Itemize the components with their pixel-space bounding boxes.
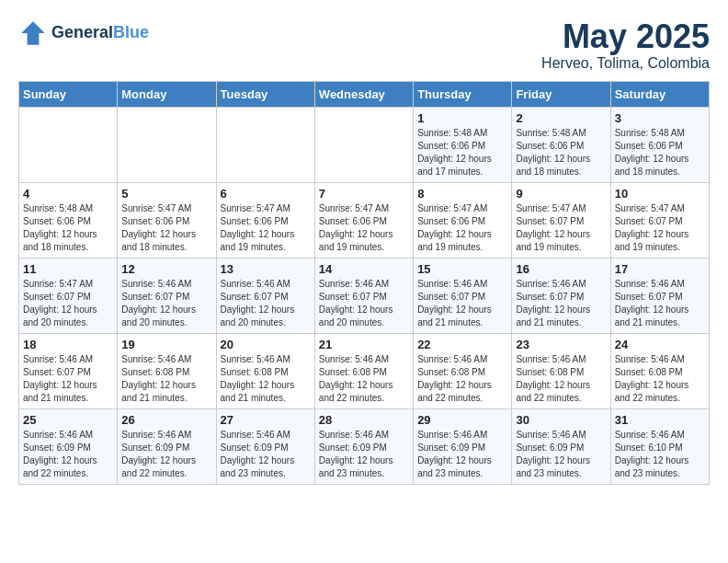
cell-sunrise-info: Sunrise: 5:47 AM Sunset: 6:07 PM Dayligh…	[615, 202, 705, 254]
weekday-thursday: Thursday	[414, 81, 512, 107]
day-number: 12	[121, 262, 211, 276]
day-number: 9	[516, 187, 606, 201]
day-number: 22	[417, 338, 507, 351]
day-number: 17	[615, 262, 705, 276]
logo-text: GeneralBlue	[51, 24, 149, 42]
calendar-cell: 12Sunrise: 5:46 AM Sunset: 6:07 PM Dayli…	[118, 258, 216, 333]
cell-sunrise-info: Sunrise: 5:46 AM Sunset: 6:09 PM Dayligh…	[516, 429, 606, 480]
cell-sunrise-info: Sunrise: 5:48 AM Sunset: 6:06 PM Dayligh…	[615, 127, 705, 178]
cell-sunrise-info: Sunrise: 5:47 AM Sunset: 6:06 PM Dayligh…	[121, 202, 211, 254]
calendar-week-4: 25Sunrise: 5:46 AM Sunset: 6:09 PM Dayli…	[19, 408, 710, 484]
cell-sunrise-info: Sunrise: 5:46 AM Sunset: 6:08 PM Dayligh…	[221, 353, 311, 405]
calendar-cell: 3Sunrise: 5:48 AM Sunset: 6:06 PM Daylig…	[610, 107, 709, 182]
calendar-cell: 14Sunrise: 5:46 AM Sunset: 6:07 PM Dayli…	[314, 258, 413, 333]
day-number: 29	[417, 413, 507, 427]
cell-sunrise-info: Sunrise: 5:46 AM Sunset: 6:07 PM Dayligh…	[319, 278, 409, 329]
calendar-week-0: 1Sunrise: 5:48 AM Sunset: 6:06 PM Daylig…	[19, 107, 710, 182]
calendar-cell: 18Sunrise: 5:46 AM Sunset: 6:07 PM Dayli…	[19, 333, 118, 408]
calendar-cell: 24Sunrise: 5:46 AM Sunset: 6:08 PM Dayli…	[610, 333, 709, 408]
cell-sunrise-info: Sunrise: 5:46 AM Sunset: 6:07 PM Dayligh…	[615, 278, 705, 329]
calendar-cell: 26Sunrise: 5:46 AM Sunset: 6:09 PM Dayli…	[118, 408, 216, 484]
calendar-cell: 2Sunrise: 5:48 AM Sunset: 6:06 PM Daylig…	[512, 107, 610, 182]
day-number: 18	[23, 338, 113, 351]
calendar-cell: 9Sunrise: 5:47 AM Sunset: 6:07 PM Daylig…	[512, 182, 610, 258]
cell-sunrise-info: Sunrise: 5:46 AM Sunset: 6:09 PM Dayligh…	[121, 429, 211, 480]
calendar-cell: 25Sunrise: 5:46 AM Sunset: 6:09 PM Dayli…	[19, 408, 118, 484]
cell-sunrise-info: Sunrise: 5:46 AM Sunset: 6:08 PM Dayligh…	[615, 353, 705, 405]
day-number: 11	[23, 262, 113, 276]
calendar-cell: 20Sunrise: 5:46 AM Sunset: 6:08 PM Dayli…	[216, 333, 314, 408]
calendar-cell: 5Sunrise: 5:47 AM Sunset: 6:06 PM Daylig…	[118, 182, 216, 258]
calendar-body: 1Sunrise: 5:48 AM Sunset: 6:06 PM Daylig…	[19, 107, 710, 484]
day-number: 20	[221, 338, 311, 351]
month-title: May 2025	[541, 18, 710, 55]
calendar-cell: 15Sunrise: 5:46 AM Sunset: 6:07 PM Dayli…	[414, 258, 512, 333]
cell-sunrise-info: Sunrise: 5:48 AM Sunset: 6:06 PM Dayligh…	[23, 202, 113, 254]
cell-sunrise-info: Sunrise: 5:46 AM Sunset: 6:08 PM Dayligh…	[417, 353, 507, 405]
calendar-week-1: 4Sunrise: 5:48 AM Sunset: 6:06 PM Daylig…	[19, 182, 710, 258]
weekday-header-row: SundayMondayTuesdayWednesdayThursdayFrid…	[19, 81, 710, 107]
location-subtitle: Herveo, Tolima, Colombia	[541, 55, 710, 72]
cell-sunrise-info: Sunrise: 5:46 AM Sunset: 6:08 PM Dayligh…	[516, 353, 606, 405]
calendar-cell	[118, 107, 216, 182]
calendar-cell: 30Sunrise: 5:46 AM Sunset: 6:09 PM Dayli…	[512, 408, 610, 484]
calendar-cell: 6Sunrise: 5:47 AM Sunset: 6:06 PM Daylig…	[216, 182, 314, 258]
day-number: 10	[615, 187, 705, 201]
weekday-saturday: Saturday	[610, 81, 709, 107]
cell-sunrise-info: Sunrise: 5:47 AM Sunset: 6:07 PM Dayligh…	[516, 202, 606, 254]
cell-sunrise-info: Sunrise: 5:48 AM Sunset: 6:06 PM Dayligh…	[516, 127, 606, 178]
day-number: 25	[23, 413, 113, 427]
cell-sunrise-info: Sunrise: 5:47 AM Sunset: 6:06 PM Dayligh…	[417, 202, 507, 254]
day-number: 7	[319, 187, 409, 201]
calendar-cell: 13Sunrise: 5:46 AM Sunset: 6:07 PM Dayli…	[216, 258, 314, 333]
calendar-cell	[216, 107, 314, 182]
page-header: GeneralBlue May 2025 Herveo, Tolima, Col…	[18, 18, 710, 72]
weekday-friday: Friday	[512, 81, 610, 107]
day-number: 14	[319, 262, 409, 276]
day-number: 15	[417, 262, 507, 276]
day-number: 30	[516, 413, 606, 427]
calendar-cell: 8Sunrise: 5:47 AM Sunset: 6:06 PM Daylig…	[414, 182, 512, 258]
day-number: 1	[417, 111, 507, 125]
day-number: 23	[516, 338, 606, 351]
calendar-cell: 29Sunrise: 5:46 AM Sunset: 6:09 PM Dayli…	[414, 408, 512, 484]
svg-marker-0	[21, 21, 45, 45]
weekday-tuesday: Tuesday	[216, 81, 314, 107]
weekday-monday: Monday	[118, 81, 216, 107]
weekday-wednesday: Wednesday	[314, 81, 413, 107]
calendar-cell: 28Sunrise: 5:46 AM Sunset: 6:09 PM Dayli…	[314, 408, 413, 484]
calendar-week-2: 11Sunrise: 5:47 AM Sunset: 6:07 PM Dayli…	[19, 258, 710, 333]
calendar-cell: 22Sunrise: 5:46 AM Sunset: 6:08 PM Dayli…	[414, 333, 512, 408]
day-number: 2	[516, 111, 606, 125]
day-number: 13	[221, 262, 311, 276]
day-number: 4	[23, 187, 113, 201]
day-number: 26	[121, 413, 211, 427]
calendar-cell: 10Sunrise: 5:47 AM Sunset: 6:07 PM Dayli…	[610, 182, 709, 258]
calendar-cell	[314, 107, 413, 182]
calendar-cell	[19, 107, 118, 182]
calendar-cell: 1Sunrise: 5:48 AM Sunset: 6:06 PM Daylig…	[414, 107, 512, 182]
calendar-cell: 11Sunrise: 5:47 AM Sunset: 6:07 PM Dayli…	[19, 258, 118, 333]
day-number: 3	[615, 111, 705, 125]
cell-sunrise-info: Sunrise: 5:47 AM Sunset: 6:06 PM Dayligh…	[221, 202, 311, 254]
day-number: 31	[615, 413, 705, 427]
cell-sunrise-info: Sunrise: 5:48 AM Sunset: 6:06 PM Dayligh…	[417, 127, 507, 178]
calendar-cell: 21Sunrise: 5:46 AM Sunset: 6:08 PM Dayli…	[314, 333, 413, 408]
cell-sunrise-info: Sunrise: 5:46 AM Sunset: 6:09 PM Dayligh…	[417, 429, 507, 480]
calendar-cell: 16Sunrise: 5:46 AM Sunset: 6:07 PM Dayli…	[512, 258, 610, 333]
logo-icon	[18, 18, 48, 48]
calendar-cell: 19Sunrise: 5:46 AM Sunset: 6:08 PM Dayli…	[118, 333, 216, 408]
cell-sunrise-info: Sunrise: 5:47 AM Sunset: 6:06 PM Dayligh…	[319, 202, 409, 254]
cell-sunrise-info: Sunrise: 5:46 AM Sunset: 6:08 PM Dayligh…	[121, 353, 211, 405]
calendar-cell: 27Sunrise: 5:46 AM Sunset: 6:09 PM Dayli…	[216, 408, 314, 484]
cell-sunrise-info: Sunrise: 5:46 AM Sunset: 6:07 PM Dayligh…	[516, 278, 606, 329]
day-number: 21	[319, 338, 409, 351]
cell-sunrise-info: Sunrise: 5:46 AM Sunset: 6:07 PM Dayligh…	[23, 353, 113, 405]
day-number: 27	[221, 413, 311, 427]
cell-sunrise-info: Sunrise: 5:46 AM Sunset: 6:09 PM Dayligh…	[319, 429, 409, 480]
day-number: 24	[615, 338, 705, 351]
calendar-table: SundayMondayTuesdayWednesdayThursdayFrid…	[18, 81, 710, 485]
cell-sunrise-info: Sunrise: 5:47 AM Sunset: 6:07 PM Dayligh…	[23, 278, 113, 329]
calendar-cell: 23Sunrise: 5:46 AM Sunset: 6:08 PM Dayli…	[512, 333, 610, 408]
calendar-week-3: 18Sunrise: 5:46 AM Sunset: 6:07 PM Dayli…	[19, 333, 710, 408]
